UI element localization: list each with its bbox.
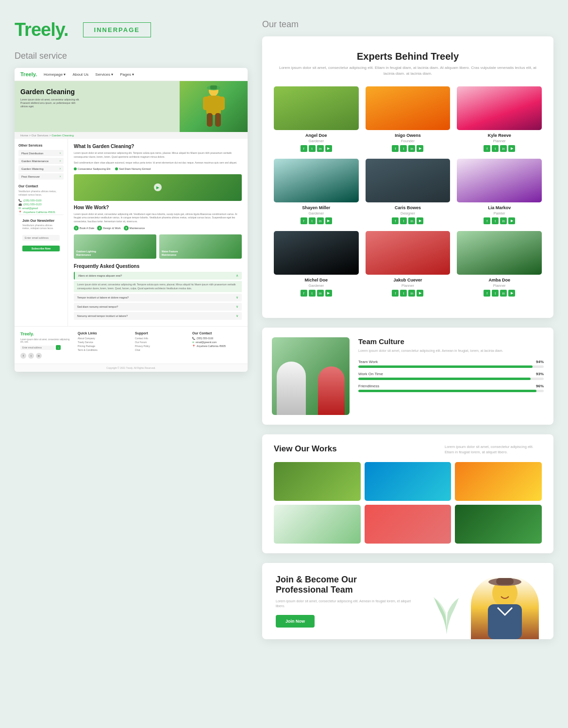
footer-link-forum[interactable]: Our Forum bbox=[135, 341, 184, 344]
footer-link-terms[interactable]: Term & Conditions bbox=[78, 348, 127, 351]
social-tw[interactable]: t bbox=[309, 145, 316, 152]
social-in[interactable]: in bbox=[317, 145, 324, 152]
social-tw[interactable]: t bbox=[400, 290, 407, 297]
bar-pct-teamwork: 94% bbox=[536, 360, 544, 364]
works-img-4[interactable] bbox=[274, 505, 361, 544]
works-grid bbox=[274, 462, 542, 544]
footer-link-pricing[interactable]: Pricing Package bbox=[78, 345, 127, 347]
join-button[interactable]: Join Now bbox=[276, 615, 315, 628]
social-in[interactable]: in bbox=[500, 217, 507, 224]
footer-link-contact[interactable]: Contact Info bbox=[135, 337, 184, 340]
newsletter-desc: Vestibulum pharetra ultrices metus, volu… bbox=[22, 224, 60, 230]
check-item-2: Sed Diam Nonumy Eirmod bbox=[115, 167, 150, 170]
works-img-6[interactable] bbox=[455, 505, 542, 544]
team-member-shayen: Shayen Miller Gardener f t in ▶ bbox=[274, 159, 359, 224]
faq-q-2: Tempor incidunt ut labore et dolore magn… bbox=[77, 296, 129, 299]
footer-submit-btn[interactable]: › bbox=[56, 345, 61, 350]
social-in[interactable]: in bbox=[500, 145, 507, 152]
mini-nav-link-about[interactable]: About Us bbox=[72, 72, 88, 77]
footer-link-chat[interactable]: Chat bbox=[135, 348, 184, 351]
social-fb[interactable]: f bbox=[484, 217, 490, 224]
social-fb[interactable]: f bbox=[392, 290, 399, 297]
social-fb[interactable]: f bbox=[484, 290, 490, 297]
footer-address: 📍 Anywhere California 45635 bbox=[192, 345, 242, 347]
works-img-3[interactable] bbox=[455, 462, 542, 501]
social-in[interactable]: in bbox=[408, 217, 415, 224]
faq-item-4[interactable]: Nonumy eirmod tempor incidunt ut labore?… bbox=[74, 312, 242, 320]
mini-nav-link-services[interactable]: Services ▾ bbox=[95, 72, 113, 77]
social-tw[interactable]: t bbox=[309, 290, 316, 297]
twitter-icon[interactable]: t bbox=[28, 353, 34, 359]
service-item-watering[interactable]: Garden Watering › bbox=[18, 165, 64, 172]
social-fb[interactable]: f bbox=[392, 145, 399, 152]
social-yt[interactable]: ▶ bbox=[325, 217, 332, 224]
card-outdoor[interactable]: Outdoor LightingMaintenance bbox=[74, 234, 156, 259]
facebook-icon[interactable]: f bbox=[20, 353, 26, 359]
social-yt[interactable]: ▶ bbox=[417, 145, 423, 152]
social-yt[interactable]: ▶ bbox=[417, 290, 423, 297]
bar-label-teamwork: Team Work bbox=[358, 360, 378, 364]
footer-link-treely[interactable]: Treely Service bbox=[78, 341, 127, 344]
service-item-maintenance[interactable]: Garden Maintenance › bbox=[18, 158, 64, 164]
faq-item-1[interactable]: Aliero et dolore magna aliquam erat? ∧ bbox=[74, 272, 242, 280]
social-in[interactable]: in bbox=[408, 145, 415, 152]
social-tw[interactable]: t bbox=[400, 145, 407, 152]
play-button[interactable]: ▶ bbox=[154, 183, 162, 191]
footer-email-input[interactable] bbox=[20, 346, 55, 350]
works-img-2[interactable] bbox=[365, 462, 451, 501]
service-item-plant[interactable]: Plant Distribution › bbox=[18, 150, 64, 156]
social-tw[interactable]: t bbox=[309, 217, 316, 224]
video-thumbnail[interactable]: ▶ bbox=[74, 174, 242, 201]
arrow-icon: › bbox=[60, 167, 61, 170]
phone-icon: 📞 bbox=[192, 337, 195, 340]
social-fb[interactable]: f bbox=[484, 145, 490, 152]
faq-item-3[interactable]: Sed diam nonumy eirmod tempor? ∨ bbox=[74, 303, 242, 311]
card-water[interactable]: Water FeatureMaintenance bbox=[159, 234, 242, 259]
member-role-amba: Planner bbox=[457, 283, 542, 288]
social-yt[interactable]: ▶ bbox=[508, 145, 515, 152]
contact-email: ✉ email@gmail bbox=[18, 207, 64, 210]
social-tw[interactable]: t bbox=[492, 290, 499, 297]
social-yt[interactable]: ▶ bbox=[508, 290, 515, 297]
bar-track-friendly bbox=[358, 390, 544, 392]
social-in[interactable]: in bbox=[317, 217, 324, 224]
team-member-caris: Caris Bowes Designer f t in ▶ bbox=[366, 159, 451, 224]
social-fb[interactable]: f bbox=[392, 217, 399, 224]
arrow-icon: › bbox=[60, 151, 61, 155]
location-icon: 📍 bbox=[18, 211, 22, 214]
newsletter-email-input[interactable] bbox=[22, 235, 60, 241]
footer-link-privacy[interactable]: Privacy Policy bbox=[135, 345, 184, 347]
service-item-pest[interactable]: Pest Remover › bbox=[18, 173, 64, 180]
faq-item-2[interactable]: Tempor incidunt ut labore et dolore magn… bbox=[74, 294, 242, 301]
works-img-1[interactable] bbox=[274, 462, 361, 501]
footer-link-about[interactable]: About Company bbox=[78, 337, 127, 340]
social-yt[interactable]: ▶ bbox=[325, 290, 332, 297]
mini-hero-desc: Lorem ipsum dolor sit amet, consectetur … bbox=[20, 98, 84, 108]
faq-arrow-4: ∨ bbox=[236, 314, 238, 318]
instagram-icon[interactable]: in bbox=[36, 353, 42, 359]
bar-track-teamwork bbox=[358, 365, 544, 368]
social-tw[interactable]: t bbox=[400, 217, 407, 224]
social-tw[interactable]: t bbox=[492, 217, 499, 224]
footer-brand-desc: Lorem ipsum dolor sit amet, consectetur … bbox=[20, 338, 70, 343]
member-social-lia: f t in ▶ bbox=[457, 217, 542, 224]
footer-col-brand: Treely. Lorem ipsum dolor sit amet, cons… bbox=[20, 331, 70, 359]
subscribe-button[interactable]: Subscribe Now bbox=[22, 246, 60, 251]
social-yt[interactable]: ▶ bbox=[325, 145, 332, 152]
social-fb[interactable]: f bbox=[301, 217, 307, 224]
works-img-5[interactable] bbox=[365, 505, 451, 544]
mini-nav: Treely. Homepage ▾ About Us Services ▾ P… bbox=[15, 68, 248, 81]
social-in[interactable]: in bbox=[317, 290, 324, 297]
what-is-title: What Is Garden Cleaning? bbox=[74, 144, 242, 149]
social-in[interactable]: in bbox=[408, 290, 415, 297]
social-tw[interactable]: t bbox=[492, 145, 499, 152]
mini-nav-link-pages[interactable]: Pages ▾ bbox=[120, 72, 134, 77]
mini-footer: Treely. Lorem ipsum dolor sit amet, cons… bbox=[15, 326, 248, 364]
social-yt[interactable]: ▶ bbox=[417, 217, 423, 224]
social-in[interactable]: in bbox=[500, 290, 507, 297]
social-fb[interactable]: f bbox=[301, 145, 307, 152]
social-fb[interactable]: f bbox=[301, 290, 307, 297]
mini-nav-link-home[interactable]: Homepage ▾ bbox=[44, 72, 66, 77]
social-yt[interactable]: ▶ bbox=[508, 217, 515, 224]
step-2: 2 Design & Work bbox=[97, 226, 121, 231]
